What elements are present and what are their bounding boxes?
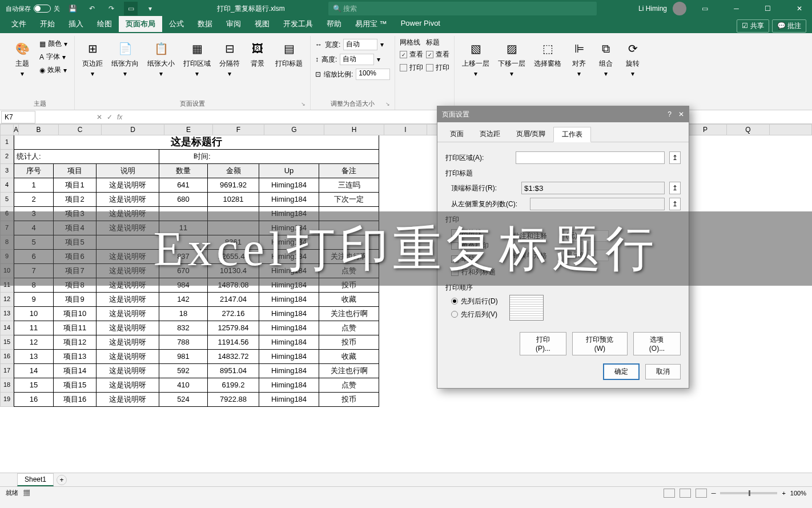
tab-6[interactable]: 数据	[191, 16, 219, 33]
row-header-14[interactable]: 14	[0, 321, 14, 335]
close-icon[interactable]: ✕	[786, 0, 812, 17]
col-header-rest[interactable]	[770, 124, 812, 135]
data-cell[interactable]: 984	[159, 278, 208, 293]
headings-view-check[interactable]: ✓查看	[426, 49, 449, 61]
row-header-17[interactable]: 17	[0, 364, 14, 378]
data-cell[interactable]: 项目6	[54, 250, 97, 264]
data-cell[interactable]: 这是说明呀	[97, 293, 159, 307]
share-button[interactable]: ☑ 共享	[737, 19, 769, 33]
selection-pane-button[interactable]: ⬚选择窗格	[531, 38, 564, 70]
data-cell[interactable]: 7922.88	[208, 393, 259, 407]
header-cell[interactable]: 备注	[319, 164, 379, 178]
col-header-C[interactable]: C	[59, 124, 102, 135]
data-cell[interactable]: 641	[159, 178, 208, 193]
data-cell[interactable]: 这是说明呀	[97, 335, 159, 350]
rotate-button[interactable]: ⟳旋转▾	[621, 38, 645, 79]
draft-check[interactable]: 草稿	[451, 253, 496, 265]
data-cell[interactable]: 670	[159, 264, 208, 278]
data-cell[interactable]: 524	[159, 393, 208, 407]
data-cell[interactable]: 3	[14, 207, 54, 221]
macros-icon[interactable]: ▦	[23, 489, 30, 496]
data-cell[interactable]: 收藏	[319, 293, 379, 307]
row-header-18[interactable]: 18	[0, 378, 14, 393]
sheet-tab-sheet1[interactable]: Sheet1	[17, 473, 54, 486]
data-cell[interactable]: Himing184	[259, 178, 319, 193]
data-cell[interactable]: 6199.2	[208, 378, 259, 393]
data-cell[interactable]: 下次一定	[319, 193, 379, 207]
col-header-F[interactable]: F	[213, 124, 264, 135]
dialog-titlebar[interactable]: 页面设置 ?✕	[437, 106, 689, 122]
undo-icon[interactable]: ↶	[85, 2, 99, 15]
data-cell[interactable]: 点赞	[319, 378, 379, 393]
colors-button[interactable]: ▦颜色 ▾	[37, 38, 70, 50]
data-cell[interactable]	[319, 221, 379, 235]
tab-3[interactable]: 绘图	[90, 16, 119, 33]
enter-formula-icon[interactable]: ✓	[107, 113, 112, 121]
tab-5[interactable]: 公式	[162, 16, 191, 33]
data-cell[interactable]: 981	[159, 350, 208, 364]
select-range-icon[interactable]: ↥	[669, 151, 681, 164]
header-cell[interactable]: 数量	[159, 164, 208, 178]
data-cell[interactable]: 关注也行啊	[319, 250, 379, 264]
data-cell[interactable]: Himing184	[259, 293, 319, 307]
row-header-4[interactable]: 4	[0, 178, 14, 193]
col-header-G[interactable]: G	[264, 124, 324, 135]
data-cell[interactable]: 1	[14, 178, 54, 193]
data-cell[interactable]: 15	[14, 378, 54, 393]
data-cell[interactable]: 142	[159, 293, 208, 307]
data-cell[interactable]: 272.16	[208, 307, 259, 321]
data-cell[interactable]: 18	[159, 307, 208, 321]
data-cell[interactable]: 8951.04	[208, 364, 259, 378]
rows-repeat-input[interactable]	[521, 182, 665, 194]
data-cell[interactable]: 项目14	[54, 364, 97, 378]
headings-print-check[interactable]: 打印	[426, 62, 449, 74]
rowcol-check[interactable]: 行和列标题	[451, 266, 496, 278]
dialog-tab-3[interactable]: 工作表	[553, 127, 591, 142]
dialog-close-icon[interactable]: ✕	[678, 110, 684, 118]
row-header-11[interactable]: 11	[0, 278, 14, 293]
print-area-input[interactable]	[516, 151, 665, 164]
data-cell[interactable]: 项目3	[54, 207, 97, 221]
data-cell[interactable]: 2147.04	[208, 293, 259, 307]
header-cell[interactable]: 金额	[208, 164, 259, 178]
data-cell[interactable]: 10281	[208, 193, 259, 207]
cols-repeat-input[interactable]	[530, 198, 665, 210]
page-setup-launcher-icon[interactable]: ↘	[301, 101, 305, 107]
data-cell[interactable]: 关注也行啊	[319, 307, 379, 321]
data-cell[interactable]: 11	[159, 221, 208, 235]
orientation-button[interactable]: 📄纸张方向▾	[108, 38, 142, 79]
data-cell[interactable]	[319, 235, 379, 250]
col-header-I[interactable]: I	[384, 124, 427, 135]
data-cell[interactable]: 680	[159, 193, 208, 207]
data-cell[interactable]: 2	[14, 193, 54, 207]
preview-button[interactable]: 打印预览(W)	[572, 332, 628, 355]
align-button[interactable]: ⊫对齐▾	[567, 38, 591, 79]
rows-range-icon[interactable]: ↥	[669, 182, 681, 194]
data-cell[interactable]: Himing184	[259, 307, 319, 321]
row-header-7[interactable]: 7	[0, 221, 14, 235]
row-header-5[interactable]: 5	[0, 193, 14, 207]
effects-button[interactable]: ◉效果 ▾	[37, 64, 70, 76]
data-cell[interactable]: Himing184	[259, 193, 319, 207]
row-header-6[interactable]: 6	[0, 207, 14, 221]
dialog-help-icon[interactable]: ?	[668, 110, 672, 118]
data-cell[interactable]: 410	[159, 378, 208, 393]
data-cell[interactable]: 12579.84	[208, 321, 259, 335]
data-cell[interactable]: 点赞	[319, 264, 379, 278]
header-cell[interactable]: 项目	[54, 164, 97, 178]
data-cell[interactable]: 5	[14, 235, 54, 250]
data-cell[interactable]: 8	[14, 278, 54, 293]
data-cell[interactable]: Himing184	[259, 350, 319, 364]
data-cell[interactable]: 14	[14, 364, 54, 378]
tab-8[interactable]: 视图	[248, 16, 276, 33]
tab-2[interactable]: 插入	[62, 16, 90, 33]
data-cell[interactable]	[319, 207, 379, 221]
data-cell[interactable]: 项目2	[54, 193, 97, 207]
data-cell[interactable]: 项目16	[54, 393, 97, 407]
data-cell[interactable]	[97, 235, 159, 250]
print-titles-button[interactable]: ▤打印标题	[272, 38, 305, 70]
data-cell[interactable]: 这是说明呀	[97, 193, 159, 207]
header-cell[interactable]: 序号	[14, 164, 54, 178]
comments-select[interactable]: (无)	[563, 230, 609, 242]
data-cell[interactable]: Himing184	[259, 264, 319, 278]
